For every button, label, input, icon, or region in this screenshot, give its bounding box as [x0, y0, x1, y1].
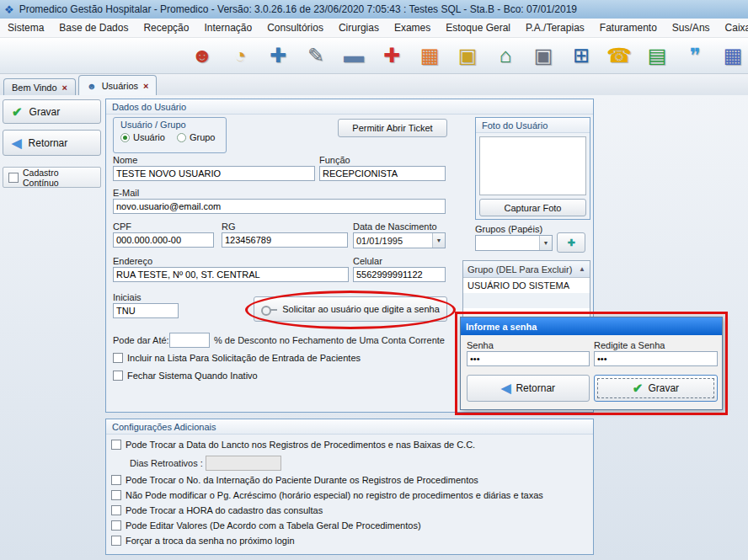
checkbox[interactable] [111, 475, 121, 485]
trocar-hora-checkbox-row[interactable]: Pode Trocar a HORA do cadastro das consu… [111, 505, 323, 515]
stock-icon[interactable]: ▣ [455, 42, 480, 69]
redigite-senha-label: Redigite a Senha [594, 340, 665, 350]
menu-item-faturamento[interactable]: Faturamento [592, 19, 665, 36]
grupo-list-header[interactable]: Grupo (DEL Para Excluir) ▲ [463, 261, 590, 278]
menu-item-estoque-geral[interactable]: Estoque Geral [438, 19, 518, 36]
cpf-label: CPF [113, 221, 131, 232]
menu-item-base-de-dados[interactable]: Base de Dados [51, 19, 136, 36]
popup-gravar-button[interactable]: ✔ Gravar [594, 375, 718, 402]
menu-item-sus-ans[interactable]: Sus/Ans [665, 19, 718, 36]
nascimento-combo[interactable]: 01/01/1995 ▼ [353, 232, 446, 248]
endereco-input[interactable] [113, 267, 349, 282]
title-bar: ❖ Promedico Gestão Hospitalar - Promedic… [0, 0, 748, 19]
menu-item-exames[interactable]: Exames [387, 19, 438, 36]
close-icon[interactable]: × [143, 81, 148, 91]
popup-retornar-label: Retornar [516, 382, 555, 394]
chevron-down-icon[interactable]: ▼ [539, 236, 552, 250]
menu-item-recepcao[interactable]: Recepção [136, 19, 196, 36]
statistics-icon[interactable]: ▦ [417, 42, 442, 69]
cpf-input[interactable] [113, 232, 214, 248]
sort-asc-icon: ▲ [579, 265, 585, 273]
solicitar-senha-button[interactable]: Solicitar ao usuário que digite a senha [254, 296, 447, 322]
nome-input[interactable] [113, 166, 315, 181]
doctor-icon[interactable]: ✚ [265, 42, 291, 69]
calendar-icon[interactable]: ▦ [720, 42, 745, 69]
editar-valores-label: Pode Editar Valores (De Acordo com a Tab… [126, 520, 421, 531]
pg-acrescimo-checkbox-row[interactable]: Não Pode modificar o Pg. Acréscimo (horá… [111, 490, 543, 500]
editar-valores-checkbox-row[interactable]: Pode Editar Valores (De Acordo com a Tab… [111, 520, 421, 531]
fechar-sistema-checkbox-row[interactable]: Fechar Sistema Quando Inativo [113, 371, 258, 381]
popup-retornar-button[interactable]: ◀ Retornar [467, 375, 590, 402]
menu-item-pa-terapias[interactable]: P.A./Terapias [518, 19, 592, 36]
ledger-icon[interactable]: ▤ [644, 42, 670, 69]
tab-usuarios[interactable]: ☻ Usuários × [78, 75, 157, 95]
menu-item-internacao[interactable]: Internação [196, 19, 259, 36]
trocar-no-internacao-checkbox-row[interactable]: Pode Trocar o No. da Internação do Pacie… [111, 475, 478, 485]
gravar-button[interactable]: ✔ Gravar [3, 99, 101, 124]
tab-label: Bem Vindo [12, 83, 57, 93]
informe-senha-title[interactable]: Informe a senha [461, 317, 722, 335]
close-icon[interactable]: × [62, 83, 67, 93]
medical-record-icon[interactable]: ✎ [303, 42, 329, 69]
radio-usuario[interactable]: Usuário [120, 132, 165, 142]
trocar-no-internacao-label: Pode Trocar o No. da Internação do Pacie… [126, 475, 478, 485]
chat-icon[interactable]: ❞ [682, 42, 708, 69]
checkbox[interactable] [111, 520, 121, 531]
radio-dot [120, 133, 130, 142]
rg-input[interactable] [222, 232, 348, 248]
grupos-papeis-combo[interactable]: ▼ [475, 235, 553, 251]
menu-item-caixa[interactable]: Caixa [718, 19, 748, 36]
endereco-label: Endereço [113, 256, 152, 266]
incluir-lista-label: Incluir na Lista Para Solicitação de Ent… [127, 353, 361, 363]
cadastro-continuo-checkbox[interactable] [8, 173, 19, 183]
informe-senha-dialog: Informe a senha Senha Redigite a Senha ◀… [460, 317, 723, 410]
senha-input[interactable] [467, 351, 590, 366]
arrow-left-icon: ◀ [12, 136, 22, 151]
checkbox[interactable] [113, 353, 123, 363]
phone-icon[interactable]: ☎ [606, 42, 632, 69]
menu-item-sistema[interactable]: Sistema [0, 19, 51, 36]
key-icon [261, 305, 277, 314]
celular-input[interactable] [353, 267, 446, 282]
funcao-input[interactable] [319, 166, 446, 181]
radio-usuario-label: Usuário [133, 132, 165, 142]
capturar-foto-button[interactable]: Capturar Foto [479, 199, 586, 216]
grupo-list-header-label: Grupo (DEL Para Excluir) [467, 264, 572, 275]
config-adicionais-title: Configurações Adicionais [106, 419, 593, 435]
ambulance-icon[interactable]: ✚ [379, 42, 404, 69]
hospital-bed-icon[interactable]: ▬ [341, 42, 366, 69]
incluir-lista-checkbox-row[interactable]: Incluir na Lista Para Solicitação de Ent… [113, 353, 361, 363]
checkbox[interactable] [113, 371, 123, 381]
retornar-button[interactable]: ◀ Retornar [3, 130, 101, 156]
app-window: ❖ Promedico Gestão Hospitalar - Promedic… [0, 0, 748, 560]
redigite-senha-input[interactable] [594, 351, 718, 366]
permitir-abrir-ticket-button[interactable]: Permitir Abrir Ticket [338, 119, 447, 137]
checkbox[interactable] [111, 490, 121, 500]
forcar-troca-senha-checkbox-row[interactable]: Forçar a troca da senha no próximo login [111, 536, 295, 546]
trocar-data-lancto-checkbox-row[interactable]: Pode Trocar a Data do Lancto nos Registr… [111, 440, 475, 450]
forcar-troca-senha-label: Forçar a troca da senha no próximo login [126, 536, 295, 546]
radio-grupo[interactable]: Grupo [177, 132, 216, 142]
pg-acrescimo-label: Não Pode modificar o Pg. Acréscimo (horá… [126, 490, 543, 500]
checkbox[interactable] [111, 536, 121, 546]
cash-register-icon[interactable]: ⊞ [569, 42, 594, 69]
cadastro-continuo-panel: Cadastro Contínuo [3, 167, 101, 188]
menu-item-consultorios[interactable]: Consultórios [259, 19, 331, 36]
add-grupo-button[interactable]: ✚ [557, 232, 585, 253]
tab-bem-vindo[interactable]: Bem Vindo × [3, 78, 76, 95]
list-item[interactable]: USUÁRIO DO SISTEMA [463, 278, 590, 293]
checkbox[interactable] [111, 505, 121, 515]
desconto-input[interactable] [169, 333, 210, 348]
schedule-icon[interactable]: ◔ [227, 42, 253, 69]
iniciais-input[interactable] [113, 303, 179, 318]
finance-icon[interactable]: ⌂ [493, 42, 518, 69]
chevron-down-icon[interactable]: ▼ [432, 233, 445, 248]
fechar-sistema-label: Fechar Sistema Quando Inativo [127, 371, 258, 381]
safe-icon[interactable]: ▣ [531, 42, 556, 69]
menu-item-cirurgias[interactable]: Cirurgias [331, 19, 387, 36]
dados-usuario-title: Dados do Usuário [106, 99, 593, 115]
checkbox[interactable] [111, 440, 121, 450]
usuario-grupo-group: Usuário / Grupo Usuário Grupo [113, 117, 227, 153]
email-input[interactable] [113, 199, 446, 214]
reception-icon[interactable]: ☻ [190, 42, 215, 69]
